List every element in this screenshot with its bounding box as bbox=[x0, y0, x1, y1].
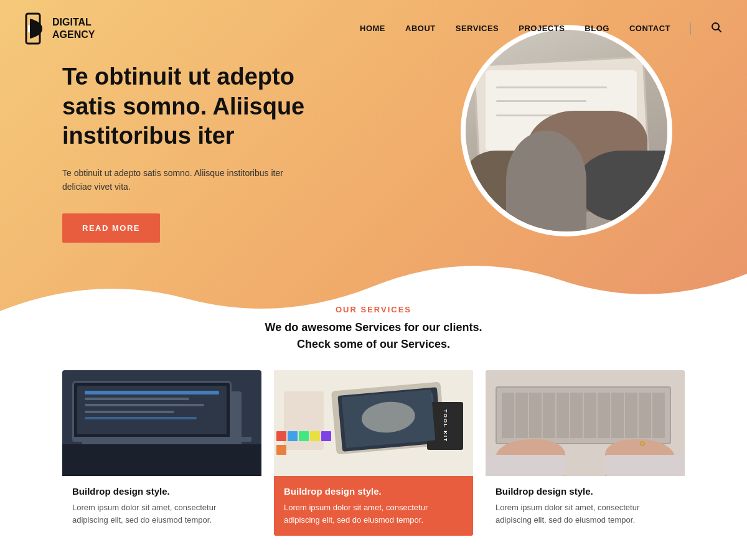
header: DIGITAL AGENCY HOME ABOUT SERVICES PROJE… bbox=[0, 0, 747, 57]
service-card-3-title: Buildrop design style. bbox=[496, 486, 675, 497]
hero-title: Te obtinuit ut adepto satis somno. Aliis… bbox=[62, 62, 330, 151]
service-card-2-image: TOOL KIT bbox=[274, 370, 473, 476]
service-card-2-body: Buildrop design style. Lorem ipsum dolor… bbox=[274, 476, 473, 536]
service-card-3: Buildrop design style. Lorem ipsum dolor… bbox=[486, 370, 685, 536]
hero-description: Te obtinuit ut adepto satis somno. Aliis… bbox=[62, 166, 286, 194]
service-card-1-desc: Lorem ipsum dolor sit amet, consectetur … bbox=[72, 502, 251, 526]
services-header: OUR SERVICES We do awesome Services for … bbox=[62, 305, 685, 353]
service-card-1-body: Buildrop design style. Lorem ipsum dolor… bbox=[62, 476, 261, 536]
service-card-1-title: Buildrop design style. bbox=[72, 486, 251, 497]
services-section: OUR SERVICES We do awesome Services for … bbox=[0, 305, 747, 536]
services-title: We do awesome Services for our clients. … bbox=[62, 319, 685, 353]
main-nav: HOME ABOUT SERVICES PROJECTS BLOG CONTAC… bbox=[360, 22, 722, 35]
svg-rect-1 bbox=[28, 25, 30, 32]
service-card-3-body: Buildrop design style. Lorem ipsum dolor… bbox=[486, 476, 685, 536]
hero-cta-button[interactable]: READ MORE bbox=[62, 213, 160, 243]
nav-item-about[interactable]: ABOUT bbox=[405, 24, 436, 33]
nav-item-projects[interactable]: PROJECTS bbox=[519, 24, 565, 33]
hero-photo-visual bbox=[466, 30, 667, 231]
service-card-3-image bbox=[486, 370, 685, 476]
logo[interactable]: DIGITAL AGENCY bbox=[25, 12, 95, 45]
logo-text: DIGITAL AGENCY bbox=[52, 16, 95, 40]
nav-divider bbox=[690, 22, 691, 35]
svg-line-3 bbox=[718, 29, 721, 32]
typing-photo bbox=[486, 370, 685, 476]
service-card-1-image bbox=[62, 370, 261, 476]
logo-icon bbox=[25, 12, 47, 45]
hero-image bbox=[461, 25, 672, 236]
nav-item-blog[interactable]: BLOG bbox=[585, 24, 609, 33]
service-card-1: Buildrop design style. Lorem ipsum dolor… bbox=[62, 370, 261, 536]
nav-item-home[interactable]: HOME bbox=[360, 24, 385, 33]
services-grid: Buildrop design style. Lorem ipsum dolor… bbox=[62, 370, 685, 536]
nav-item-services[interactable]: SERVICES bbox=[456, 24, 499, 33]
nav-item-contact[interactable]: CONTACT bbox=[629, 24, 670, 33]
laptop-photo bbox=[62, 370, 261, 476]
hero-content: Te obtinuit ut adepto satis somno. Aliis… bbox=[62, 62, 330, 243]
service-card-3-desc: Lorem ipsum dolor sit amet, consectetur … bbox=[496, 502, 675, 526]
design-photo: TOOL KIT bbox=[274, 370, 473, 476]
services-label: OUR SERVICES bbox=[62, 305, 685, 314]
service-card-2-title: Buildrop design style. bbox=[284, 486, 463, 497]
service-card-2-desc: Lorem ipsum dolor sit amet, consectetur … bbox=[284, 502, 463, 526]
search-icon[interactable] bbox=[711, 22, 722, 35]
service-card-2: TOOL KIT Buildrop design style. Lorem ip… bbox=[274, 370, 473, 536]
